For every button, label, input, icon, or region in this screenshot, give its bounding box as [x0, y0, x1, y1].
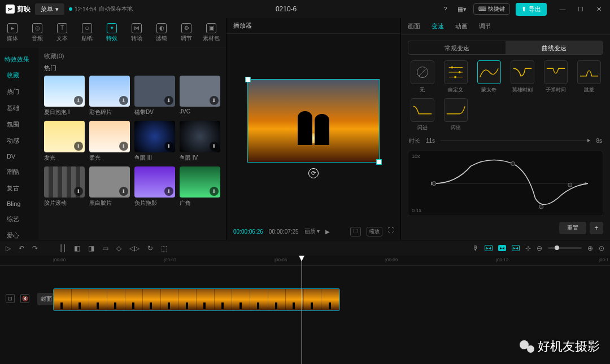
prop-tab-anim[interactable]: 动画: [455, 22, 468, 30]
help-icon[interactable]: ?: [439, 3, 451, 15]
effect-item[interactable]: ⬇黑白胶片: [89, 166, 130, 207]
selection-tool-icon[interactable]: ▷: [6, 244, 11, 252]
compare-icon[interactable]: ⬚: [350, 227, 361, 236]
playhead[interactable]: [302, 256, 302, 364]
video-clip[interactable]: [53, 288, 340, 311]
close-icon[interactable]: ✕: [593, 3, 604, 15]
delete-right-icon[interactable]: ◨: [88, 244, 94, 252]
tab-audio[interactable]: ◎音频: [25, 18, 50, 47]
add-point-button[interactable]: +: [590, 222, 603, 234]
curve-jump[interactable]: 跳接: [574, 60, 603, 94]
redo-icon[interactable]: ↷: [32, 244, 38, 252]
cat-basic[interactable]: 基础: [0, 100, 38, 116]
zoom-in-icon[interactable]: ⊕: [587, 244, 593, 252]
menu-button[interactable]: 菜单 ▾: [35, 3, 64, 15]
curve-hero[interactable]: 英雄时刻: [508, 60, 537, 94]
download-icon[interactable]: ⬇: [74, 187, 83, 196]
download-icon[interactable]: ⬇: [74, 142, 83, 151]
effect-item[interactable]: ⬇JVC: [180, 76, 220, 116]
tab-text[interactable]: T文本: [50, 18, 75, 47]
tab-adjust[interactable]: ⚙调节: [174, 18, 199, 47]
snap-track-icon[interactable]: ▸◂: [512, 245, 520, 251]
crop-icon[interactable]: ⬚: [161, 244, 167, 252]
tab-sticker[interactable]: ☺贴纸: [75, 18, 99, 47]
delete-left-icon[interactable]: ◧: [74, 244, 80, 252]
snap-main-icon[interactable]: ▸◂: [485, 245, 493, 251]
download-icon[interactable]: ⬇: [164, 96, 173, 105]
cat-dv[interactable]: DV: [0, 149, 38, 164]
download-icon[interactable]: ⬇: [119, 96, 128, 105]
curve-bullet[interactable]: 子弹时间: [541, 60, 570, 94]
snap-on-icon[interactable]: ▸◂: [498, 245, 506, 251]
preview-axis-icon[interactable]: ⊹: [525, 244, 531, 252]
rotate-icon[interactable]: ↻: [147, 244, 153, 252]
minimize-icon[interactable]: —: [557, 3, 568, 15]
cat-bling[interactable]: Bling: [0, 196, 38, 211]
effect-item[interactable]: ⬇鱼眼 III: [134, 121, 175, 161]
delete-icon[interactable]: ▭: [102, 244, 108, 252]
effect-item[interactable]: ⬇柔光: [89, 121, 130, 161]
download-icon[interactable]: ⬇: [210, 142, 219, 151]
download-icon[interactable]: ⬇: [119, 187, 128, 196]
lock-track-icon[interactable]: ⊡: [6, 294, 15, 303]
speed-graph[interactable]: 10x 0.1x: [408, 151, 603, 216]
reset-button[interactable]: 重置: [559, 222, 586, 234]
curve-montage[interactable]: 蒙太奇: [474, 60, 503, 94]
curve-flash-out[interactable]: 闪出: [441, 98, 470, 131]
effect-item[interactable]: ⬇发光: [44, 121, 85, 161]
cat-hot[interactable]: 热门: [0, 84, 38, 100]
maximize-icon[interactable]: ☐: [575, 3, 586, 15]
prop-tab-adjust[interactable]: 调节: [479, 22, 491, 30]
effect-item[interactable]: ⬇广角: [180, 166, 220, 207]
cat-heart[interactable]: 爱心: [0, 227, 38, 240]
prop-tab-picture[interactable]: 画面: [408, 22, 420, 30]
freeze-icon[interactable]: ◇: [116, 244, 121, 252]
mute-track-icon[interactable]: 🔇: [20, 294, 29, 303]
timeline-ruler[interactable]: |00:00 |00:03 |00:06 |00:09 |00:12 |00:1: [0, 256, 610, 266]
cat-variety[interactable]: 综艺: [0, 211, 38, 227]
download-icon[interactable]: ⬇: [74, 96, 83, 105]
effect-item[interactable]: ⬇磁带DV: [134, 76, 175, 116]
tab-effect[interactable]: ✦特效: [99, 18, 124, 47]
cat-retro[interactable]: 复古: [0, 180, 38, 196]
effect-item[interactable]: ⬇夏日泡泡 I: [44, 76, 85, 116]
curve-none[interactable]: 无: [408, 60, 437, 94]
cat-ambience[interactable]: 氛围: [0, 116, 38, 133]
split-icon[interactable]: ⎮⎮: [59, 244, 66, 252]
mirror-icon[interactable]: ◁▷: [129, 244, 140, 252]
fullscreen-icon[interactable]: ⛶: [388, 227, 394, 236]
export-button[interactable]: ⬆ 导出: [516, 3, 547, 16]
tab-pack[interactable]: ▣素材包: [199, 18, 224, 47]
cat-dynamic[interactable]: 动感: [0, 133, 38, 149]
cat-favorites[interactable]: 收藏: [0, 67, 38, 84]
rotate-handle-icon[interactable]: ⟳: [308, 168, 319, 178]
effect-item[interactable]: ⬇负片拖影: [134, 166, 175, 207]
quality-dropdown[interactable]: 画质 ▾: [304, 227, 320, 235]
download-icon[interactable]: ⬇: [210, 96, 219, 105]
tab-transition[interactable]: ⋈转场: [124, 18, 149, 47]
scale-button[interactable]: 缩放: [367, 227, 382, 236]
download-icon[interactable]: ⬇: [210, 187, 219, 196]
layout-icon[interactable]: ▦▾: [456, 3, 468, 15]
seg-normal-speed[interactable]: 常规变速: [408, 41, 506, 54]
effect-item[interactable]: ⬇彩色碎片: [89, 76, 130, 116]
mic-icon[interactable]: 🎙: [472, 244, 479, 252]
cat-trendy[interactable]: 潮酷: [0, 164, 38, 180]
tab-filter[interactable]: ◐滤镜: [149, 18, 174, 47]
effect-item[interactable]: ⬇胶片滚动: [44, 166, 85, 207]
play-icon[interactable]: ▶: [325, 229, 330, 235]
prop-tab-speed[interactable]: 变速: [432, 22, 444, 30]
curve-custom[interactable]: 自定义: [441, 60, 470, 94]
preview-frame[interactable]: [247, 79, 380, 163]
tab-media[interactable]: ▸媒体: [0, 18, 25, 47]
effect-item[interactable]: ⬇鱼眼 IV: [180, 121, 220, 161]
download-icon[interactable]: ⬇: [119, 142, 128, 151]
zoom-fit-icon[interactable]: ⊙: [599, 244, 604, 252]
curve-flash-in[interactable]: 闪进: [408, 98, 437, 131]
undo-icon[interactable]: ↶: [19, 244, 24, 252]
seg-curve-speed[interactable]: 曲线变速: [506, 41, 603, 54]
download-icon[interactable]: ⬇: [164, 187, 173, 196]
download-icon[interactable]: ⬇: [164, 142, 173, 151]
zoom-out-icon[interactable]: ⊖: [537, 244, 542, 252]
shortcut-button[interactable]: ⌨ 快捷键: [473, 3, 510, 15]
